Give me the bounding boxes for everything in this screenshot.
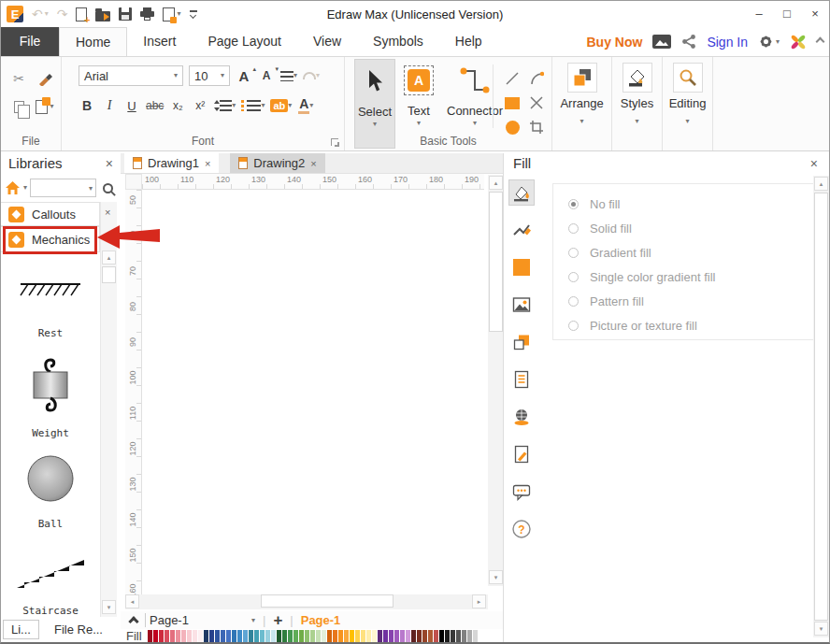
color-swatch[interactable]: [265, 630, 270, 642]
home-dropdown-icon[interactable]: ▾: [23, 184, 27, 192]
comment-tab-icon[interactable]: [508, 479, 535, 505]
export-button[interactable]: ▾: [163, 7, 180, 21]
drawing1-close-icon[interactable]: ×: [205, 158, 210, 169]
minimize-button[interactable]: –: [745, 1, 773, 27]
color-swatch[interactable]: [462, 630, 466, 642]
underline-button[interactable]: U: [123, 95, 140, 116]
canvas-horizontal-scrollbar[interactable]: ◂ ▸: [125, 594, 488, 609]
add-page-button[interactable]: +: [273, 611, 282, 630]
library-filter-select[interactable]: ▾: [30, 179, 96, 197]
fill-panel-scrollbar[interactable]: ▴ ▾: [813, 176, 829, 637]
color-swatch[interactable]: [439, 630, 444, 642]
shapes-tab-icon[interactable]: [508, 329, 535, 355]
library-scroll-up-icon[interactable]: ▴: [102, 250, 116, 265]
color-swatch[interactable]: [237, 630, 242, 642]
hyperlink-tab-icon[interactable]: [508, 404, 535, 430]
fill-option-single-color-gradient[interactable]: Single color gradient fill: [553, 265, 815, 289]
fill-option-solid[interactable]: Solid fill: [553, 216, 815, 240]
color-swatch[interactable]: [434, 630, 438, 642]
line-tool-icon[interactable]: [505, 71, 520, 86]
library-item-rest[interactable]: Rest: [1, 275, 100, 339]
color-swatch[interactable]: [322, 630, 326, 642]
color-swatch[interactable]: [232, 630, 236, 642]
color-swatch[interactable]: [394, 630, 399, 642]
italic-button[interactable]: I: [101, 95, 118, 116]
color-swatch[interactable]: [187, 630, 192, 642]
color-swatch[interactable]: [445, 630, 450, 642]
color-swatch[interactable]: [181, 630, 186, 642]
color-swatch[interactable]: [193, 630, 197, 642]
document-properties-tab-icon[interactable]: [508, 366, 535, 393]
color-swatch[interactable]: [406, 630, 410, 642]
close-button[interactable]: ×: [801, 1, 829, 27]
color-swatch[interactable]: [305, 630, 309, 642]
tab-page-layout[interactable]: Page Layout: [192, 27, 297, 56]
increase-font-button[interactable]: A▴: [236, 65, 252, 86]
tab-symbols[interactable]: Symbols: [357, 27, 439, 56]
edraw-logo-icon[interactable]: E: [7, 6, 23, 22]
library-scroll-down-icon[interactable]: ▾: [102, 600, 116, 614]
fill-tab-icon[interactable]: [508, 179, 535, 206]
search-icon[interactable]: [103, 183, 113, 193]
font-dialog-launcher-icon[interactable]: [331, 138, 338, 146]
color-swatch[interactable]: [473, 630, 478, 642]
fill-option-picture-texture[interactable]: Picture or texture fill: [553, 313, 815, 337]
color-swatch[interactable]: [428, 630, 433, 642]
color-swatch[interactable]: [254, 630, 259, 642]
arc-tool-icon[interactable]: [529, 71, 544, 86]
color-swatch[interactable]: [153, 630, 158, 642]
color-swatch[interactable]: [338, 630, 343, 642]
fill-scroll-down-icon[interactable]: ▾: [814, 622, 828, 636]
color-swatch[interactable]: [383, 630, 388, 642]
editing-button[interactable]: [673, 63, 703, 93]
color-swatch[interactable]: [333, 630, 337, 642]
color-swatch[interactable]: [243, 630, 248, 642]
tab-view[interactable]: View: [297, 27, 357, 56]
color-swatch[interactable]: [316, 630, 321, 642]
share-icon[interactable]: [681, 34, 696, 50]
color-swatch[interactable]: [467, 630, 472, 642]
font-color-button[interactable]: A▾: [297, 95, 314, 116]
tab-libraries-bottom[interactable]: Li...: [3, 620, 39, 639]
color-swatch[interactable]: [271, 630, 276, 642]
library-group-callouts[interactable]: Callouts: [1, 202, 100, 226]
bullets-button[interactable]: ▾: [241, 95, 265, 116]
color-swatch[interactable]: [170, 630, 175, 642]
color-swatch[interactable]: [372, 630, 377, 642]
buy-now-link[interactable]: Buy Now: [587, 35, 643, 50]
redo-button[interactable]: ↷: [57, 7, 68, 21]
shape-tab-icon[interactable]: [508, 254, 535, 280]
settings-button[interactable]: ▾: [758, 34, 780, 50]
color-swatch[interactable]: [282, 630, 287, 642]
format-painter-icon[interactable]: [37, 71, 52, 86]
color-swatch[interactable]: [249, 630, 253, 642]
color-swatch[interactable]: [350, 630, 354, 642]
bold-button[interactable]: B: [79, 95, 95, 116]
color-swatch[interactable]: [299, 630, 304, 642]
canvas-scroll-down-icon[interactable]: ▾: [489, 570, 503, 584]
canvas-scroll-left-icon[interactable]: ◂: [125, 594, 139, 608]
color-swatch[interactable]: [288, 630, 293, 642]
library-scroll-thumb[interactable]: [102, 266, 116, 283]
color-swatch[interactable]: [260, 630, 265, 642]
tab-help[interactable]: Help: [439, 27, 498, 56]
canvas-scroll-up-icon[interactable]: ▴: [489, 176, 503, 190]
font-size-select[interactable]: 10▾: [189, 65, 230, 86]
curved-text-button[interactable]: ▾: [303, 65, 320, 86]
text-highlight-button[interactable]: ab▾: [270, 95, 292, 116]
fill-scroll-up-icon[interactable]: ▴: [814, 177, 828, 191]
color-swatch[interactable]: [389, 630, 394, 642]
color-swatch[interactable]: [293, 630, 298, 642]
picture-tab-icon[interactable]: [508, 292, 535, 318]
library-item-ball[interactable]: Ball: [1, 454, 100, 530]
canvas-vertical-scrollbar[interactable]: ▴ ▾: [488, 175, 503, 586]
subscript-button[interactable]: x₂: [169, 95, 186, 116]
drawing2-close-icon[interactable]: ×: [310, 158, 316, 169]
collapse-ribbon-icon[interactable]: [816, 37, 825, 47]
cross-shape-tool-icon[interactable]: [529, 95, 544, 110]
color-swatch[interactable]: [417, 630, 422, 642]
color-swatch[interactable]: [456, 630, 461, 642]
pages-chevron-icon[interactable]: [128, 616, 138, 626]
color-swatch[interactable]: [422, 630, 427, 642]
page-selector[interactable]: Page-1 ▾: [145, 613, 255, 627]
